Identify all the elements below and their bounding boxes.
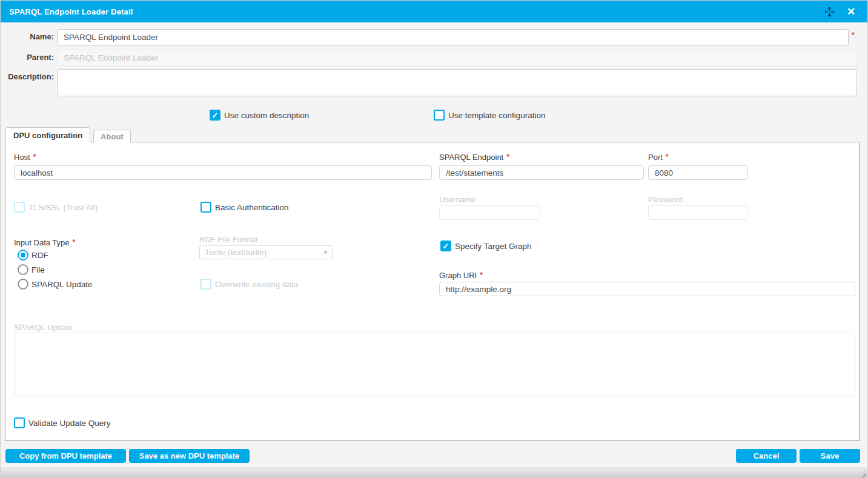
sparql-update-label: SPARQL Update [14,323,73,332]
close-icon[interactable]: ✕ [844,5,858,18]
sparql-update-input [14,333,855,396]
parent-row: Parent: SPARQL Endpoint Loader [1,50,859,66]
radio-label: RDF [31,251,48,260]
checkbox-box: ✓ [210,110,220,121]
check-icon: ✓ [16,204,23,211]
graph-uri-label: Graph URI* [439,271,483,280]
move-arrows-glyph [824,7,835,17]
radio-label: File [31,265,45,274]
checkbox-box: ✓ [14,417,25,428]
move-icon[interactable] [823,5,836,18]
radio-sparql-update[interactable]: SPARQL Update [18,279,93,290]
port-input[interactable] [648,165,748,180]
checkbox-label: Validate Update Query [28,419,111,428]
name-input[interactable] [57,29,849,45]
description-input[interactable] [57,69,857,96]
cancel-button[interactable]: Cancel [736,449,797,463]
rdf-file-format-label: RDF File Format [199,235,257,244]
tab-bar: DPU configuration About [5,127,131,142]
dialog-title: SPARQL Endpoint Loader Detail [9,7,133,16]
checkbox-label: Use custom description [224,111,309,120]
username-input [439,205,540,220]
checkbox-label: Overwrite existing data [215,280,298,289]
checkbox-box: ✓ [200,279,211,290]
save-button[interactable]: Save [800,449,860,463]
name-row: Name: * [1,29,860,45]
dpu-detail-dialog: SPARQL Endpoint Loader Detail ✕ Name: * … [0,0,868,478]
checkbox-box: ✓ [14,202,25,213]
password-input [648,205,748,220]
description-row: Description: [1,69,859,96]
graph-uri-required-mark: * [480,271,483,279]
sparql-endpoint-input[interactable] [439,165,644,180]
parent-value: SPARQL Endpoint Loader [64,53,158,62]
sparql-endpoint-label: SPARQL Endpoint* [439,153,509,162]
checkbox-box: ✓ [200,202,211,213]
checkbox-label: Specify Target Graph [455,242,532,251]
tab-label: About [101,132,124,141]
password-label: Password [648,195,683,204]
checkbox-label: TLS/SSL (Trust All) [28,203,98,212]
parent-label: Parent: [1,50,54,62]
checkbox-label: Basic Authentication [215,203,289,212]
host-label: Host* [14,153,36,162]
radio-label: SPARQL Update [31,280,93,289]
name-required-mark: * [852,28,855,39]
radio-circle [18,264,28,275]
radio-rdf[interactable]: RDF [18,250,48,261]
checkbox-box: ✓ [434,110,445,121]
check-icon: ✓ [436,111,443,119]
checkbox-label: Use template configuration [448,111,546,120]
overwrite-existing-data-checkbox: ✓ Overwrite existing data [200,279,298,290]
validate-update-query-checkbox[interactable]: ✓ Validate Update Query [14,417,111,428]
check-icon: ✓ [203,280,210,288]
input-data-type-label: Input Data Type* [14,238,75,247]
check-icon: ✓ [16,419,23,427]
use-custom-description-checkbox[interactable]: ✓ Use custom description [210,110,309,121]
check-icon: ✓ [212,111,219,119]
radio-circle [18,279,28,290]
username-label: Username [439,195,475,204]
host-input[interactable] [14,165,432,180]
specify-target-graph-checkbox[interactable]: ✓ Specify Target Graph [440,241,532,251]
radio-file[interactable]: File [18,264,45,275]
host-required-mark: * [33,153,36,161]
select-value: Turtle (text/turtle) [205,248,267,257]
description-label: Description: [1,69,54,81]
chevron-down-icon: ▾ [323,248,327,256]
tab-label: DPU configuration [13,131,82,140]
rdf-file-format-select: Turtle (text/turtle) ▾ [199,245,333,259]
use-template-configuration-checkbox[interactable]: ✓ Use template configuration [434,110,546,121]
check-icon: ✓ [443,242,449,250]
radio-circle [18,250,28,261]
copy-from-dpu-template-button[interactable]: Copy from DPU template [5,449,126,463]
tab-dpu-configuration[interactable]: DPU configuration [5,127,90,142]
dpu-configuration-panel: Host* SPARQL Endpoint* Port* ✓ TLS/SSL (… [5,142,860,441]
save-as-new-dpu-template-button[interactable]: Save as new DPU template [129,449,250,463]
tab-about[interactable]: About [93,130,131,142]
check-icon: ✓ [203,204,210,211]
resize-grip-icon[interactable] [859,470,866,477]
port-label: Port* [648,153,669,162]
parent-field: SPARQL Endpoint Loader [57,50,857,66]
status-bar [1,468,867,478]
input-data-type-required-mark: * [73,238,76,247]
port-required-mark: * [666,153,669,161]
checkbox-box: ✓ [440,241,451,251]
graph-uri-input[interactable] [439,282,855,296]
tls-ssl-checkbox: ✓ TLS/SSL (Trust All) [14,202,98,213]
name-label: Name: [1,29,54,41]
dialog-titlebar[interactable]: SPARQL Endpoint Loader Detail ✕ [1,1,867,22]
sparql-endpoint-required-mark: * [506,153,509,161]
basic-authentication-checkbox[interactable]: ✓ Basic Authentication [200,202,289,213]
